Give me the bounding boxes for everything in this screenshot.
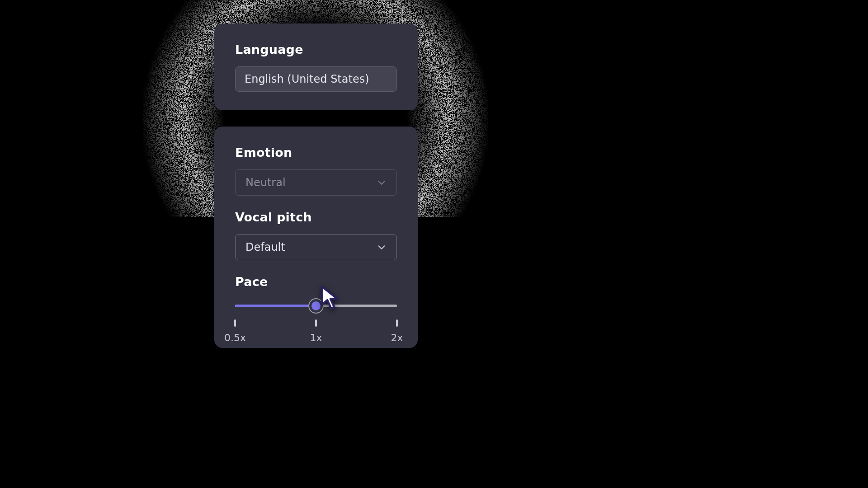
vocal-pitch-value: Default — [245, 241, 285, 253]
pace-slider[interactable] — [235, 299, 397, 313]
pace-mark-label: 1x — [310, 332, 322, 343]
pace-field: Pace 0.5x 1x 2x — [235, 275, 397, 346]
language-value[interactable]: English (United States) — [235, 66, 397, 92]
language-panel: Language English (United States) — [214, 23, 418, 110]
voice-settings-region: Language English (United States) Emotion… — [143, 0, 488, 351]
voice-panel: Emotion Neutral Vocal pitch Default Pace — [214, 127, 418, 348]
pace-tick — [234, 319, 236, 327]
pace-slider-track-fill — [235, 305, 316, 307]
pace-slider-ticks — [235, 319, 397, 328]
vocal-pitch-dropdown[interactable]: Default — [235, 234, 397, 260]
emotion-dropdown: Neutral — [235, 169, 397, 196]
chevron-down-icon — [377, 178, 387, 188]
emotion-value: Neutral — [245, 176, 286, 189]
vocal-pitch-field: Vocal pitch Default — [235, 210, 397, 260]
pace-tick — [396, 319, 398, 327]
pace-mark-label: 2x — [391, 332, 403, 343]
chevron-down-icon — [377, 242, 387, 252]
emotion-label: Emotion — [235, 145, 397, 160]
pace-slider-labels: 0.5x 1x 2x — [235, 332, 397, 346]
vocal-pitch-label: Vocal pitch — [235, 210, 397, 224]
pace-label: Pace — [235, 275, 397, 289]
pace-mark-label: 0.5x — [224, 332, 246, 343]
pace-tick — [315, 319, 317, 327]
pace-slider-thumb[interactable] — [309, 299, 323, 313]
emotion-field: Emotion Neutral — [235, 145, 397, 196]
language-label: Language — [235, 42, 397, 56]
